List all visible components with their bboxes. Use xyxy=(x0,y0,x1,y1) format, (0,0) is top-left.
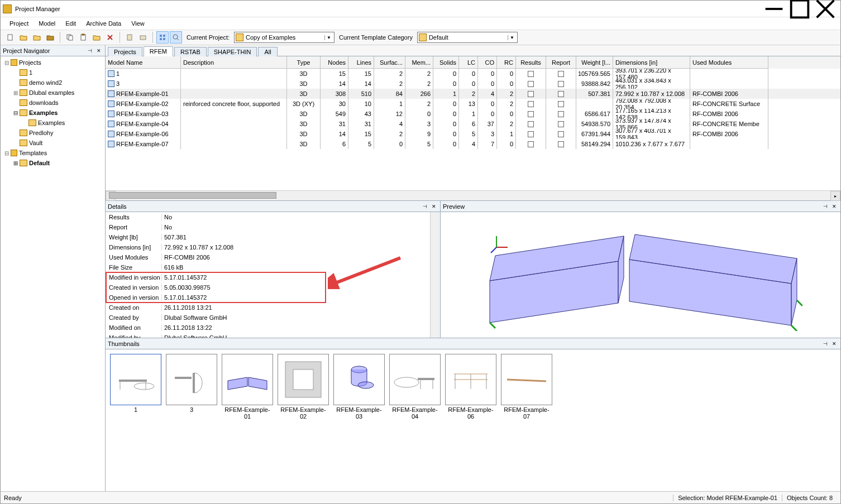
tab-shape-thin[interactable]: SHAPE-THIN xyxy=(208,47,257,56)
close-button[interactable] xyxy=(813,1,838,17)
pin-icon[interactable]: ⊣ xyxy=(821,203,829,210)
close-icon[interactable]: ✕ xyxy=(830,340,838,348)
pin-icon[interactable]: ⊣ xyxy=(421,203,429,210)
column-header[interactable]: Weight [l... xyxy=(576,56,613,69)
tree-node[interactable]: ⊟Templates xyxy=(1,148,105,158)
tree-node[interactable]: Predlohy xyxy=(1,128,105,138)
checkbox-icon[interactable] xyxy=(558,91,564,97)
tree-node[interactable]: ⊟Projects xyxy=(1,57,105,68)
thumbnail-item[interactable]: RFEM-Example-03 xyxy=(333,354,385,420)
thumbnail-item[interactable]: RFEM-Example-04 xyxy=(389,354,441,420)
checkbox-icon[interactable] xyxy=(558,71,564,77)
table-row[interactable]: RFEM-Example-043D3131430637254938.570373… xyxy=(106,119,840,129)
checkbox-icon[interactable] xyxy=(558,81,564,87)
tab-projects[interactable]: Projects xyxy=(108,47,142,56)
tree-node[interactable]: Examples xyxy=(1,118,105,128)
column-header[interactable]: Results xyxy=(516,56,546,69)
tree-node[interactable]: 1 xyxy=(1,68,105,78)
thumbnail-item[interactable]: RFEM-Example-01 xyxy=(222,354,273,420)
column-header[interactable]: Mem... xyxy=(405,56,433,69)
column-header[interactable]: Report xyxy=(546,56,576,69)
close-icon[interactable]: ✕ xyxy=(430,203,438,210)
tree-node[interactable]: downloads xyxy=(1,98,105,108)
find-button[interactable] xyxy=(137,31,149,44)
checkbox-icon[interactable] xyxy=(558,111,564,117)
checkbox-icon[interactable] xyxy=(528,71,534,77)
menu-view[interactable]: View xyxy=(127,19,149,28)
column-header[interactable]: Dimensions [in] xyxy=(613,56,690,69)
thumbnail-item[interactable]: RFEM-Example-06 xyxy=(445,354,496,420)
checkbox-icon[interactable] xyxy=(558,101,564,107)
checkbox-icon[interactable] xyxy=(528,81,534,87)
tab-rfem[interactable]: RFEM xyxy=(144,46,173,56)
new-button[interactable] xyxy=(4,31,16,44)
column-header[interactable]: RC xyxy=(497,56,516,69)
h-scrollbar[interactable]: ◂▸ xyxy=(106,190,840,200)
checkbox-icon[interactable] xyxy=(558,141,564,147)
paste-button[interactable] xyxy=(77,31,89,44)
checkbox-icon[interactable] xyxy=(558,131,564,137)
thumbnail-item[interactable]: RFEM-Example-02 xyxy=(278,354,329,420)
checkbox-icon[interactable] xyxy=(528,141,534,147)
column-header[interactable]: Lines xyxy=(348,56,374,69)
model-grid-body[interactable]: 13D1515220000105769.565393.701 x 236.220… xyxy=(106,69,840,190)
navigator-tree[interactable]: ⊟Projects1demo wind2⊞Dlubal examplesdown… xyxy=(1,56,105,491)
menu-edit[interactable]: Edit xyxy=(61,19,80,28)
table-row[interactable]: RFEM-Example-073D6505047058149.2941010.2… xyxy=(106,139,840,149)
checkbox-icon[interactable] xyxy=(528,101,534,107)
checkbox-icon[interactable] xyxy=(528,91,534,97)
table-row[interactable]: 33D141422000093888.842443.031 x 334.843 … xyxy=(106,79,840,89)
tree-node[interactable]: ⊞Dlubal examples xyxy=(1,88,105,98)
view-grid-button[interactable] xyxy=(156,31,169,44)
minimize-button[interactable] xyxy=(761,1,787,17)
table-row[interactable]: RFEM-Example-02reinforced concrete floor… xyxy=(106,99,840,109)
tree-node[interactable]: ⊞Default xyxy=(1,158,105,168)
current-project-select[interactable]: Copy of Examples ▼ xyxy=(234,32,335,43)
checkbox-icon[interactable] xyxy=(528,121,534,127)
copy-button[interactable] xyxy=(64,31,76,44)
folder2-button[interactable] xyxy=(90,31,103,44)
v-scrollbar[interactable] xyxy=(430,212,440,338)
delete-button[interactable] xyxy=(104,31,116,44)
checkbox-icon[interactable] xyxy=(528,111,534,117)
menu-archive-data[interactable]: Archive Data xyxy=(82,19,126,28)
menu-model[interactable]: Model xyxy=(34,19,60,28)
column-header[interactable]: CO xyxy=(478,56,497,69)
preview-canvas[interactable] xyxy=(441,212,840,338)
table-row[interactable]: RFEM-Example-063D141529053167391.944307.… xyxy=(106,129,840,139)
table-row[interactable]: 13D1515220000105769.565393.701 x 236.220… xyxy=(106,69,840,79)
folder-dark-button[interactable] xyxy=(44,31,56,44)
thumbnail-item[interactable]: 3 xyxy=(166,354,217,413)
pin-icon[interactable]: ⊣ xyxy=(86,47,94,55)
tree-node[interactable]: demo wind2 xyxy=(1,78,105,88)
checkbox-icon[interactable] xyxy=(528,131,534,137)
column-header[interactable]: Solids xyxy=(433,56,459,69)
close-icon[interactable]: ✕ xyxy=(95,47,103,55)
tab-all[interactable]: All xyxy=(258,47,277,56)
tree-node[interactable]: Vault xyxy=(1,138,105,148)
view-find-button[interactable] xyxy=(170,31,182,44)
column-header[interactable]: Type xyxy=(287,56,321,69)
column-header[interactable]: LC xyxy=(459,56,478,69)
paste2-button[interactable] xyxy=(123,31,136,44)
column-header[interactable]: Description xyxy=(181,56,287,69)
thumbnail-item[interactable]: RFEM-Example-07 xyxy=(501,354,552,420)
menu-project[interactable]: Project xyxy=(5,19,33,28)
column-header[interactable]: Surfac... xyxy=(374,56,405,69)
thumbnails-body[interactable]: 13RFEM-Example-01RFEM-Example-02RFEM-Exa… xyxy=(106,349,840,462)
checkbox-icon[interactable] xyxy=(558,121,564,127)
folder-yellow-button[interactable] xyxy=(31,31,43,44)
column-header[interactable]: Used Modules xyxy=(690,56,768,69)
close-icon[interactable]: ✕ xyxy=(830,203,838,210)
thumbnail-item[interactable]: 1 xyxy=(110,354,161,413)
tree-node[interactable]: ⊟Examples xyxy=(1,108,105,118)
pin-icon[interactable]: ⊣ xyxy=(821,340,829,348)
column-header[interactable]: Model Name xyxy=(106,56,181,69)
tab-rstab[interactable]: RSTAB xyxy=(174,47,207,56)
table-row[interactable]: RFEM-Example-033D5494312001006586.617177… xyxy=(106,109,840,119)
column-header[interactable]: Nodes xyxy=(321,56,348,69)
current-template-select[interactable]: Default ▼ xyxy=(417,32,518,43)
maximize-button[interactable] xyxy=(787,1,813,17)
table-row[interactable]: RFEM-Example-013D308510842661242507.3817… xyxy=(106,89,840,99)
open-folder-button[interactable] xyxy=(17,31,30,44)
